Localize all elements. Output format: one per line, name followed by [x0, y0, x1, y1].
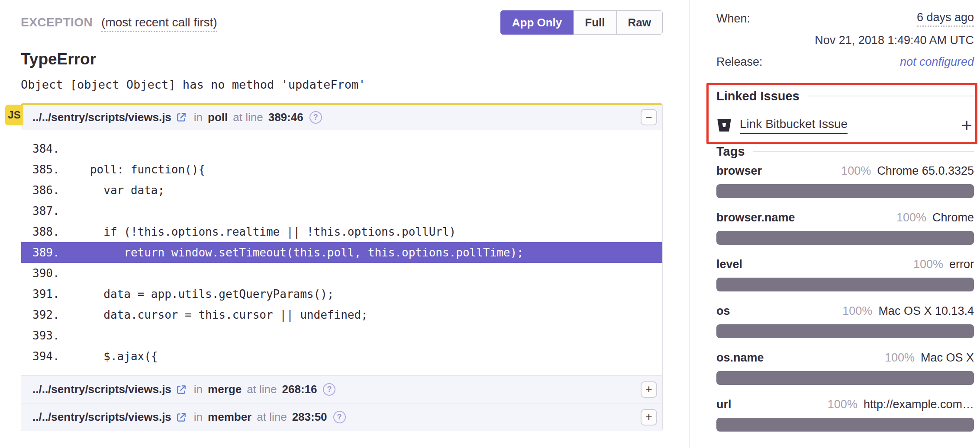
tag-distribution-bar[interactable]: [716, 278, 974, 291]
release-value: not configured: [900, 55, 974, 69]
code-line-number: 390.: [21, 267, 70, 280]
tag-distribution-bar[interactable]: [716, 324, 974, 338]
when-row: When: 6 days ago: [716, 8, 974, 29]
when-label: When:: [716, 12, 750, 26]
error-type-title: TypeError: [21, 50, 663, 68]
tags-list: browser100%Chrome 65.0.3325browser.name1…: [716, 164, 974, 432]
tag-distribution-bar[interactable]: [716, 231, 974, 245]
tag-percent: 100%: [896, 211, 926, 224]
code-line: 394. $.ajax({: [21, 346, 662, 367]
tag-key: os: [716, 304, 730, 318]
code-line-number: 384.: [21, 142, 70, 155]
frame-in-label: in: [194, 111, 203, 124]
tag-row-header: os100%Mac OS X 10.13.4: [716, 304, 974, 320]
frame-function-name: member: [208, 410, 251, 424]
tag-percent: 100%: [842, 304, 872, 318]
tag-distribution-bar[interactable]: [716, 371, 974, 385]
external-link-icon[interactable]: [176, 412, 187, 423]
release-label: Release:: [716, 55, 763, 69]
frame-at-line-label: at line: [233, 111, 263, 124]
tag-percent: 100%: [828, 398, 858, 411]
code-line-text: data = app.utils.getQueryParams();: [70, 288, 334, 301]
frame-at-line-label: at line: [257, 410, 287, 424]
section-label: EXCEPTION: [21, 16, 93, 29]
code-line-number: 387.: [21, 205, 70, 218]
help-question-icon[interactable]: ?: [323, 383, 335, 396]
exception-panel: EXCEPTION (most recent call first) App O…: [21, 0, 663, 431]
tag-row-header: level100%error: [716, 258, 974, 273]
link-bitbucket-issue-link[interactable]: Link Bitbucket Issue: [740, 117, 848, 134]
linked-issues-title: Linked Issues: [716, 89, 799, 103]
external-link-icon[interactable]: [176, 112, 187, 123]
tag-percent: 100%: [913, 258, 943, 271]
help-question-icon[interactable]: ?: [333, 411, 346, 423]
code-line: 388. if (!this.options.realtime || !this…: [21, 221, 662, 242]
code-line: 392. data.cursor = this.cursor || undefi…: [21, 304, 662, 325]
expand-frame-button[interactable]: +: [641, 381, 657, 398]
view-toggle-app-only[interactable]: App Only: [500, 10, 574, 35]
frame-file-path: ../../sentry/scripts/views.js: [32, 410, 171, 424]
tag-key: os.name: [716, 351, 764, 365]
frame-in-label: in: [194, 383, 203, 396]
tag-distribution-bar[interactable]: [716, 418, 974, 432]
code-line-text: var data;: [70, 184, 164, 197]
tags-heading: Tags: [716, 141, 974, 162]
frame-line-number: 268:16: [282, 383, 317, 396]
add-linked-issue-button[interactable]: +: [961, 116, 972, 135]
call-order-toggle[interactable]: (most recent call first): [101, 16, 217, 32]
link-bitbucket-row: Link Bitbucket Issue +: [716, 112, 974, 138]
event-sidebar: When: 6 days ago Nov 21, 2018 1:49:40 AM…: [716, 0, 974, 445]
stack-frame-header-poll[interactable]: ../../sentry/scripts/views.js in poll at…: [21, 105, 662, 130]
content-sidebar-divider: [689, 0, 690, 448]
tag-distribution-bar[interactable]: [716, 184, 974, 198]
when-absolute-time: Nov 21, 2018 1:49:40 AM UTC: [716, 29, 974, 51]
code-line: 385. poll: function(){: [21, 159, 662, 180]
tag-row-browser.name: browser.name100%Chrome: [716, 211, 974, 245]
tag-percent: 100%: [841, 164, 871, 178]
code-line-number: 393.: [21, 329, 70, 342]
view-toggle-raw[interactable]: Raw: [617, 10, 663, 35]
tag-row-level: level100%error: [716, 258, 974, 291]
code-line-text: $.ajax({: [70, 350, 158, 363]
code-line-number: 392.: [21, 308, 70, 321]
tag-value: Chrome 65.0.3325: [877, 164, 974, 178]
tag-value: http://example.com…: [864, 398, 974, 411]
tag-row-header: browser.name100%Chrome: [716, 211, 974, 227]
stack-frame-header-member[interactable]: ../../sentry/scripts/views.js in member …: [21, 403, 662, 431]
tag-value: Chrome: [932, 211, 974, 224]
stack-frame-header-merge[interactable]: ../../sentry/scripts/views.js in merge a…: [21, 375, 662, 403]
frame-at-line-label: at line: [247, 383, 277, 396]
heading-rule: [753, 151, 974, 152]
linked-issues-heading: Linked Issues: [716, 86, 974, 106]
error-message: Object [object Object] has no method 'up…: [21, 78, 663, 91]
code-line-number: 388.: [21, 225, 70, 238]
frame-file-path: ../../sentry/scripts/views.js: [32, 383, 171, 396]
code-line-number: 389.: [21, 246, 70, 259]
code-line: 386. var data;: [21, 180, 662, 201]
code-line-number: 385.: [21, 163, 70, 176]
frame-line-number: 389:46: [268, 111, 303, 124]
frame-in-label: in: [194, 410, 203, 424]
tag-value: Mac OS X 10.13.4: [878, 304, 974, 318]
tag-row-os: os100%Mac OS X 10.13.4: [716, 304, 974, 338]
tag-row-header: browser100%Chrome 65.0.3325: [716, 164, 974, 180]
when-relative-time[interactable]: 6 days ago: [917, 11, 974, 27]
exception-header: EXCEPTION (most recent call first) App O…: [21, 10, 663, 35]
code-line-number: 394.: [21, 350, 70, 363]
view-toggle-full[interactable]: Full: [574, 10, 616, 35]
tag-key: browser.name: [716, 211, 795, 224]
tag-key: level: [716, 258, 742, 271]
tag-value: Mac OS X: [921, 351, 974, 365]
collapse-frame-button[interactable]: −: [641, 109, 657, 125]
tag-value: error: [949, 258, 974, 271]
expand-frame-button[interactable]: +: [641, 409, 657, 426]
frame-line-number: 283:50: [292, 410, 327, 424]
code-line: 393.: [21, 325, 662, 346]
tags-title: Tags: [716, 144, 745, 159]
external-link-icon[interactable]: [176, 384, 187, 395]
stacktrace-view-toggle: App OnlyFullRaw: [500, 10, 663, 35]
help-question-icon[interactable]: ?: [309, 111, 322, 124]
code-line-text: if (!this.options.realtime || !this.opti…: [70, 225, 456, 238]
code-line-text: data.cursor = this.cursor || undefined;: [70, 308, 368, 321]
tag-row-header: url100%http://example.com…: [716, 398, 974, 413]
